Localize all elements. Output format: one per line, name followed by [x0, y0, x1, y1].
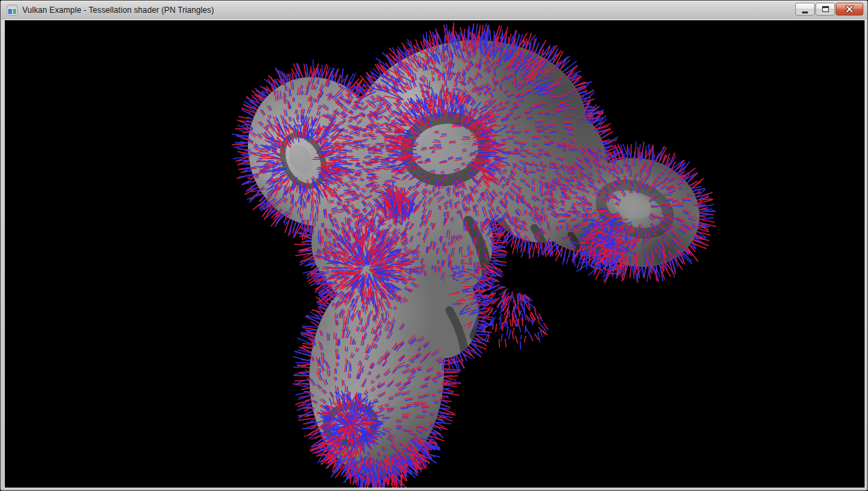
vulkan-render-canvas[interactable] — [5, 20, 865, 488]
app-icon-blue-square — [8, 9, 12, 14]
app-icon-green-square — [13, 9, 16, 14]
titlebar[interactable]: Vulkan Example - Tessellation shader (PN… — [1, 1, 867, 20]
minimize-icon — [802, 11, 808, 13]
close-icon — [845, 5, 854, 13]
close-button[interactable] — [836, 3, 863, 16]
app-window: Vulkan Example - Tessellation shader (PN… — [0, 0, 868, 491]
minimize-button[interactable] — [795, 3, 815, 16]
app-icon — [7, 5, 18, 16]
caption-buttons — [795, 3, 863, 16]
maximize-button[interactable] — [815, 3, 835, 16]
maximize-icon — [822, 6, 829, 12]
render-viewport[interactable] — [5, 20, 865, 488]
window-title: Vulkan Example - Tessellation shader (PN… — [22, 5, 214, 15]
app-icon-titlebar-stripe — [7, 5, 17, 8]
